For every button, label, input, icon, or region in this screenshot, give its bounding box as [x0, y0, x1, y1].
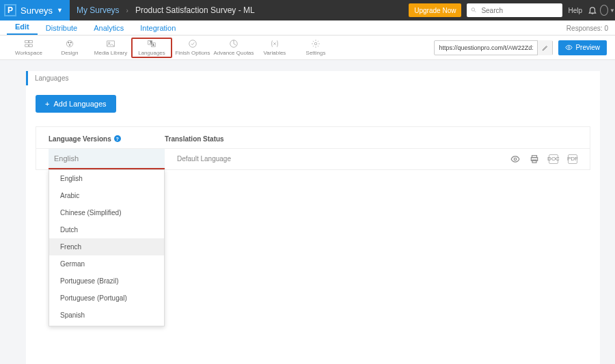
export-doc-icon[interactable]: DOC [549, 154, 558, 164]
svg-point-20 [514, 158, 517, 160]
survey-url-input[interactable] [435, 44, 537, 51]
tool-languages[interactable]: 文A Languages [131, 38, 172, 58]
breadcrumb-current: Product Satisfaction Survey - ML [128, 5, 262, 15]
edit-url-button[interactable] [537, 40, 552, 55]
chevron-down-icon: ▼ [610, 8, 615, 14]
responses-count: Responses: 0 [566, 25, 608, 35]
upgrade-button[interactable]: Upgrade Now [409, 3, 461, 17]
print-icon[interactable] [530, 154, 539, 164]
tab-distribute[interactable]: Distribute [38, 24, 85, 35]
language-option[interactable]: Dutch [49, 221, 164, 238]
product-name: Surveys [20, 5, 53, 16]
svg-line-1 [474, 11, 476, 12]
survey-url-box [434, 40, 553, 55]
tool-advance-quotas[interactable]: Advance Quotas [213, 38, 254, 58]
svg-point-7 [68, 42, 69, 43]
tool-settings[interactable]: Settings [295, 38, 336, 58]
product-switcher[interactable]: P Surveys ▼ [0, 0, 70, 20]
language-option[interactable]: Arabic [49, 187, 164, 204]
tool-media-library[interactable]: Media Library [90, 38, 131, 58]
svg-text:文: 文 [150, 40, 152, 44]
preview-button[interactable]: Preview [558, 40, 607, 55]
search-box[interactable] [467, 3, 562, 17]
brand-logo-icon: P [4, 4, 16, 16]
svg-point-16 [189, 40, 197, 48]
languages-icon: 文A [147, 39, 156, 48]
svg-point-9 [69, 44, 70, 46]
language-option[interactable]: French [49, 238, 164, 255]
export-pdf-icon[interactable]: PDF [568, 154, 577, 164]
tab-analytics[interactable]: Analytics [85, 24, 132, 35]
svg-point-8 [70, 42, 72, 43]
settings-icon [311, 39, 320, 48]
avatar-icon [600, 5, 608, 16]
language-option[interactable]: German [49, 255, 164, 272]
chevron-down-icon: ▼ [57, 7, 63, 14]
svg-text:A: A [152, 44, 154, 46]
translation-status: Default Language [177, 155, 231, 163]
search-icon [471, 7, 477, 14]
workspace-icon [24, 39, 33, 48]
language-row: English Default Language DOC PDF [36, 149, 590, 169]
tool-finish-options[interactable]: Finish Options [172, 38, 213, 58]
finish-icon [188, 39, 197, 48]
design-icon [65, 39, 74, 48]
svg-point-6 [66, 40, 72, 46]
add-languages-button[interactable]: + Add Languages [36, 95, 116, 113]
tab-edit[interactable]: Edit [7, 23, 38, 35]
breadcrumb-my-surveys[interactable]: My Surveys [70, 5, 126, 15]
svg-point-18 [314, 42, 317, 45]
language-dropdown[interactable]: EnglishArabicChinese (Simplified)DutchFr… [49, 169, 165, 326]
language-select[interactable]: English [49, 149, 165, 169]
variables-icon [270, 39, 279, 48]
column-language-versions: Language Versions [49, 135, 111, 143]
language-option[interactable]: English [49, 170, 164, 187]
tool-variables[interactable]: Variables [254, 38, 295, 58]
preview-language-icon[interactable] [510, 154, 520, 164]
media-icon [106, 39, 115, 48]
panel-title: Languages [26, 71, 600, 85]
language-option[interactable]: Spanish (Latin America) [49, 324, 164, 326]
search-input[interactable] [480, 6, 558, 15]
language-option[interactable]: Portuguese (Portugal) [49, 290, 164, 307]
language-option[interactable]: Chinese (Simplified) [49, 204, 164, 221]
tool-workspace[interactable]: Workspace [8, 38, 49, 58]
eye-icon [565, 44, 573, 51]
column-translation-status: Translation Status [165, 135, 224, 143]
notifications-icon[interactable] [585, 3, 600, 18]
language-option[interactable]: Portuguese (Brazil) [49, 272, 164, 290]
tool-design[interactable]: Design [49, 38, 90, 58]
svg-rect-5 [29, 44, 33, 47]
language-option[interactable]: Spanish [49, 307, 164, 324]
help-tooltip-icon[interactable]: ? [114, 135, 121, 142]
svg-point-19 [569, 46, 571, 48]
svg-rect-4 [25, 44, 29, 47]
plus-icon: + [45, 100, 49, 108]
svg-point-0 [472, 8, 475, 11]
pencil-icon [542, 44, 549, 51]
tab-integration[interactable]: Integration [132, 24, 184, 35]
quotas-icon [229, 39, 238, 48]
svg-rect-2 [25, 40, 29, 43]
svg-rect-3 [29, 40, 33, 43]
user-menu[interactable]: ▼ [600, 3, 615, 18]
help-link[interactable]: Help [568, 7, 582, 14]
